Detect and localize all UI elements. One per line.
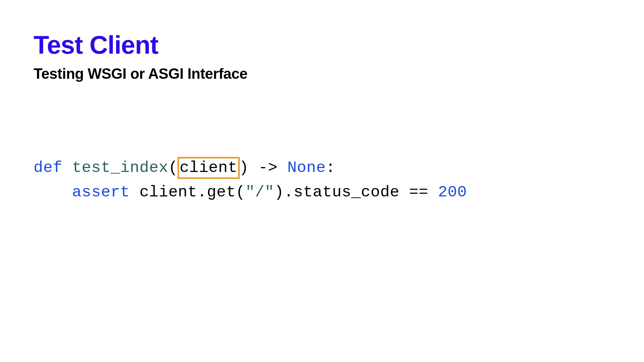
- method-get: get: [207, 183, 236, 201]
- paren-close-2: ): [274, 183, 284, 201]
- paren-open-2: (: [236, 183, 246, 201]
- function-name: test_index: [72, 159, 168, 177]
- dot: .: [197, 183, 207, 201]
- code-block: def test_index(client) -> None: assert c…: [34, 156, 610, 205]
- paren-open: (: [168, 159, 178, 177]
- ident-client: client: [140, 183, 197, 201]
- highlighted-param: client: [177, 157, 240, 179]
- number-200: 200: [438, 183, 467, 201]
- space: [130, 183, 140, 201]
- return-type: None: [287, 159, 326, 177]
- keyword-def: def: [34, 159, 62, 177]
- indent: [34, 183, 72, 201]
- attr-status-code: status_code: [293, 183, 399, 201]
- arrow: ->: [249, 159, 287, 177]
- slide-subtitle: Testing WSGI or ASGI Interface: [34, 65, 610, 82]
- dot-2: .: [284, 183, 293, 201]
- slide-title: Test Client: [34, 30, 610, 59]
- keyword-assert: assert: [72, 183, 130, 201]
- operator-eq: ==: [399, 183, 438, 201]
- string-arg: "/": [246, 183, 274, 201]
- colon: :: [326, 159, 335, 177]
- paren-close: ): [239, 159, 249, 177]
- param-client: client: [180, 159, 237, 177]
